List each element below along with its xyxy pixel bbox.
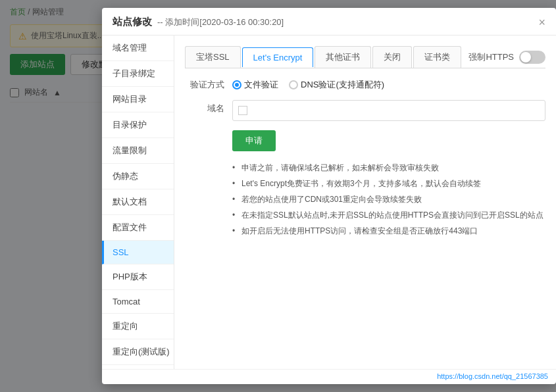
apply-button[interactable]: 申请 xyxy=(232,130,276,151)
tab-lets-encrypt[interactable]: Let's Encrypt xyxy=(242,47,314,67)
radio-file-label: 文件验证 xyxy=(244,79,278,91)
verify-method-row: 验证方式 文件验证 DNS验证(支持通配符) xyxy=(185,79,545,91)
modal-body: 域名管理 子目录绑定 网站目录 目录保护 流量限制 伪静态 默认文档 配置文件 … xyxy=(102,36,556,369)
tab-cert-view[interactable]: 证书类 xyxy=(413,46,461,68)
sidebar-item-ssl[interactable]: SSL xyxy=(102,241,174,264)
info-list: 申请之前，请确保域名已解析，如未解析会导致审核失败 Let's Encrypt免… xyxy=(232,162,545,237)
domain-row: 域名 xyxy=(185,100,545,121)
tab-baota-ssl[interactable]: 宝塔SSL xyxy=(185,46,241,68)
modal-title: 站点修改 xyxy=(113,16,152,28)
sidebar-item-defaultdoc[interactable]: 默认文档 xyxy=(102,189,174,215)
modal-dialog: 站点修改 -- 添加时间[2020-03-16 00:30:20] × 域名管理… xyxy=(102,8,556,384)
radio-dns-verify[interactable]: DNS验证(支持通配符) xyxy=(289,79,384,91)
domain-checkbox[interactable] xyxy=(238,106,247,115)
modal-close-button[interactable]: × xyxy=(538,16,545,28)
footer-link[interactable]: https://blog.csdn.net/qq_21567385 xyxy=(437,372,548,380)
force-https-label: 强制HTTPS xyxy=(468,51,514,63)
sidebar: 域名管理 子目录绑定 网站目录 目录保护 流量限制 伪静态 默认文档 配置文件 … xyxy=(102,36,174,369)
content-area: 宝塔SSL Let's Encrypt 其他证书 关闭 证书类 强制HTTPS … xyxy=(174,36,556,369)
radio-file-dot xyxy=(232,80,241,89)
verify-radio-group: 文件验证 DNS验证(支持通配符) xyxy=(232,79,384,91)
tab-close[interactable]: 关闭 xyxy=(372,46,412,68)
sidebar-item-traffic[interactable]: 流量限制 xyxy=(102,138,174,164)
tab-bar: 宝塔SSL Let's Encrypt 其他证书 关闭 证书类 强制HTTPS xyxy=(185,46,545,68)
sidebar-item-configfile[interactable]: 配置文件 xyxy=(102,215,174,241)
sidebar-item-tomcat[interactable]: Tomcat xyxy=(102,290,174,314)
radio-dns-dot xyxy=(289,80,298,89)
sidebar-item-dirprotect[interactable]: 目录保护 xyxy=(102,112,174,138)
info-item-3: 在未指定SSL默认站点时,未开启SSL的站点使用HTTPS会直接访问到已开启SS… xyxy=(232,209,545,221)
sidebar-item-redirect-test[interactable]: 重定向(测试版) xyxy=(102,339,174,365)
force-https-toggle[interactable] xyxy=(519,51,545,64)
info-item-4: 如开启后无法使用HTTPS访问，请检查安全组是否正确放行443端口 xyxy=(232,225,545,237)
radio-dns-label: DNS验证(支持通配符) xyxy=(301,79,384,91)
sidebar-item-pseudo[interactable]: 伪静态 xyxy=(102,164,174,189)
modal-header: 站点修改 -- 添加时间[2020-03-16 00:30:20] × xyxy=(102,8,556,36)
sidebar-item-redirect[interactable]: 重定向 xyxy=(102,314,174,339)
modal-footer: https://blog.csdn.net/qq_21567385 xyxy=(102,369,556,384)
domain-label: 域名 xyxy=(185,100,224,114)
info-item-2: 若您的站点使用了CDN或301重定向会导致续签失败 xyxy=(232,193,545,205)
domain-input-box[interactable] xyxy=(232,100,545,121)
info-item-0: 申请之前，请确保域名已解析，如未解析会导致审核失败 xyxy=(232,162,545,174)
sidebar-item-phpver[interactable]: PHP版本 xyxy=(102,264,174,290)
info-item-1: Let's Encrypt免费证书，有效期3个月，支持多域名，默认会自动续签 xyxy=(232,178,545,189)
sidebar-item-domain[interactable]: 域名管理 xyxy=(102,36,174,61)
force-https-group: 强制HTTPS xyxy=(468,51,545,64)
tab-other-cert[interactable]: 其他证书 xyxy=(315,46,371,68)
radio-file-verify[interactable]: 文件验证 xyxy=(232,79,278,91)
sidebar-item-webdir[interactable]: 网站目录 xyxy=(102,87,174,112)
sidebar-item-subdir[interactable]: 子目录绑定 xyxy=(102,61,174,87)
modal-subtitle: -- 添加时间[2020-03-16 00:30:20] xyxy=(157,16,284,28)
verify-method-label: 验证方式 xyxy=(185,79,224,91)
